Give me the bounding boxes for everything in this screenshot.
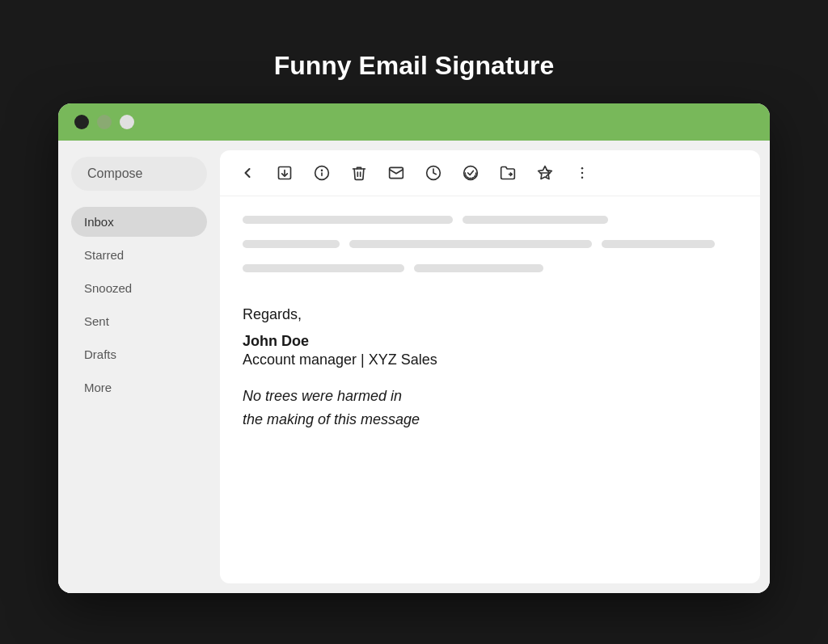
sidebar: Compose Inbox Starred Snoozed Sent Draft…	[58, 141, 220, 593]
email-regards: Regards,	[243, 303, 737, 326]
browser-titlebar	[58, 103, 770, 141]
svg-point-11	[581, 177, 584, 179]
browser-body: Compose Inbox Starred Snoozed Sent Draft…	[58, 141, 770, 593]
email-main: Regards, John Doe Account manager | XYZ …	[220, 150, 760, 583]
sidebar-item-snoozed[interactable]: Snoozed	[71, 273, 207, 303]
browser-window: Compose Inbox Starred Snoozed Sent Draft…	[58, 103, 770, 593]
info-icon[interactable]	[310, 162, 333, 184]
email-content: Regards, John Doe Account manager | XYZ …	[220, 196, 760, 583]
traffic-light-close[interactable]	[74, 115, 89, 129]
header-line-3	[243, 240, 340, 248]
sidebar-item-sent[interactable]: Sent	[71, 306, 207, 336]
back-icon[interactable]	[236, 162, 259, 184]
folder-move-icon[interactable]	[496, 162, 519, 184]
label-icon[interactable]	[534, 162, 556, 184]
page-title: Funny Email Signature	[274, 51, 555, 81]
traffic-light-minimize[interactable]	[97, 115, 112, 129]
header-line-4	[349, 240, 592, 248]
sidebar-item-drafts[interactable]: Drafts	[71, 339, 207, 369]
clock-icon[interactable]	[422, 162, 445, 184]
more-vert-icon[interactable]	[571, 162, 594, 184]
email-header-lines	[243, 216, 737, 280]
sidebar-item-more[interactable]: More	[71, 373, 207, 402]
sidebar-item-inbox[interactable]: Inbox	[71, 207, 207, 237]
traffic-light-maximize[interactable]	[120, 115, 134, 129]
trash-icon[interactable]	[348, 162, 370, 184]
header-line-5	[602, 240, 715, 248]
email-toolbar	[220, 150, 760, 196]
sidebar-item-starred[interactable]: Starred	[71, 240, 207, 270]
header-line-6	[243, 264, 404, 272]
signature-title: Account manager | XYZ Sales	[243, 351, 737, 368]
header-line-1	[243, 216, 453, 224]
mail-icon[interactable]	[385, 162, 408, 184]
check-circle-icon[interactable]	[459, 162, 482, 184]
svg-point-10	[581, 172, 584, 175]
header-line-2	[463, 216, 608, 224]
signature-name: John Doe	[243, 333, 737, 350]
signature-funny: No trees were harmed in the making of th…	[243, 385, 737, 431]
header-line-7	[414, 264, 543, 272]
compose-button[interactable]: Compose	[71, 157, 207, 191]
svg-point-9	[581, 167, 584, 170]
download-icon[interactable]	[273, 162, 296, 184]
